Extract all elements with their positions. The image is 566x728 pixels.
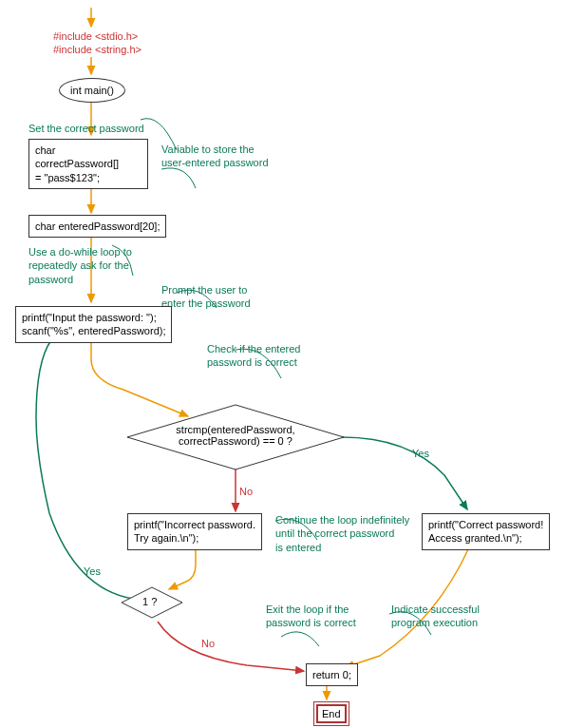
- annotation-variable: Variable to store the user-entered passw…: [161, 143, 269, 170]
- annotation-prompt: Prompt the user to enter the password: [161, 283, 251, 311]
- include-string: #include <string.h>: [53, 44, 142, 55]
- edge-label-no-2: No: [201, 637, 215, 650]
- node-return: return 0;: [306, 663, 358, 686]
- end-terminal: End: [313, 701, 349, 726]
- annotation-continue: Continue the loop indefinitely until the…: [275, 513, 409, 554]
- decision-loop-cond: 1 ?: [142, 596, 157, 607]
- annotation-success: Indicate successful program execution: [391, 603, 480, 630]
- node-input: printf("Input the password: "); scanf("%…: [15, 306, 172, 343]
- edge-label-yes-2: Yes: [84, 565, 101, 578]
- node-incorrect: printf("Incorrect password. Try again.\n…: [127, 513, 262, 550]
- main-terminal: int main(): [59, 78, 125, 103]
- edge-label-yes-1: Yes: [412, 447, 429, 460]
- edge-label-no-1: No: [239, 485, 253, 498]
- decision-strcmp: strcmp(enteredPassword, correctPassword)…: [167, 424, 304, 447]
- main-label: int main(): [70, 85, 114, 96]
- include-stdio: #include <stdio.h>: [53, 30, 138, 42]
- annotation-check: Check if the entered password is correct: [207, 342, 300, 370]
- node-correct-msg: printf("Correct password! Access granted…: [422, 513, 550, 550]
- annotation-exit: Exit the loop if the password is correct: [266, 603, 356, 630]
- annotation-set-password: Set the correct password: [28, 122, 144, 135]
- annotation-loop: Use a do-while loop to repeatedly ask fo…: [28, 245, 132, 286]
- end-label: End: [322, 708, 341, 719]
- node-entered-password: char enteredPassword[20];: [28, 215, 166, 238]
- node-correct-password: char correctPassword[] = "pass$123";: [28, 139, 148, 189]
